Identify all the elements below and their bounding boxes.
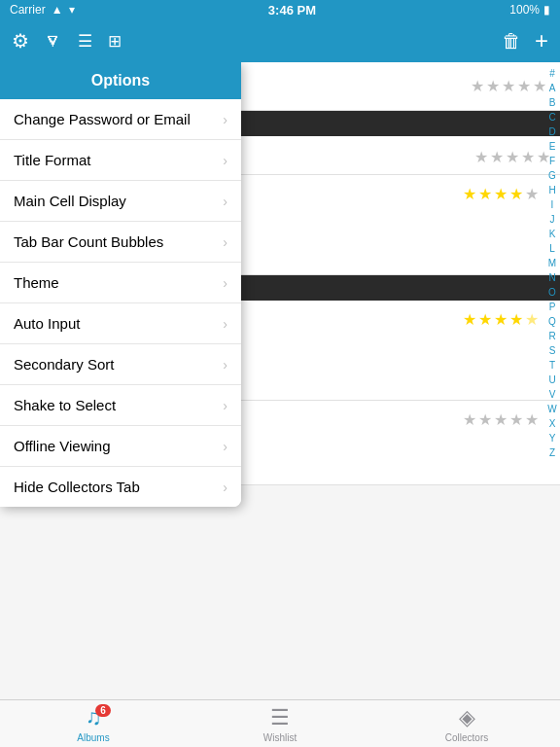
nav-right-icons: 🗑 + xyxy=(502,27,548,54)
menu-item-change-password[interactable]: Change Password or Email › xyxy=(0,99,241,140)
chevron-icon-9: › xyxy=(223,480,228,495)
nav-left-icons: ⚙ ⛛ ☰ ⊞ xyxy=(12,29,122,53)
menu-item-theme[interactable]: Theme › xyxy=(0,263,241,303)
star-1: ★ xyxy=(471,77,484,95)
menu-item-secondary-sort[interactable]: Secondary Sort › xyxy=(0,344,241,385)
sort-icon[interactable]: ☰ xyxy=(78,31,92,52)
star-4: ★ xyxy=(517,77,531,95)
chevron-icon-4: › xyxy=(223,275,228,291)
menu-item-label-main-cell: Main Cell Display xyxy=(14,193,126,209)
menu-item-title-format[interactable]: Title Format › xyxy=(0,140,241,181)
battery-text: 100% xyxy=(509,3,540,17)
collectors-icon: ◈ xyxy=(459,705,475,730)
star-3: ★ xyxy=(502,77,515,95)
menu-item-tab-bar-bubbles[interactable]: Tab Bar Count Bubbles › xyxy=(0,222,241,263)
chevron-icon-0: › xyxy=(223,112,228,127)
menu-item-label-tab-bar: Tab Bar Count Bubbles xyxy=(14,233,163,250)
nav-bar: ⚙ ⛛ ☰ ⊞ 🗑 + xyxy=(0,19,560,62)
gear-icon[interactable]: ⚙ xyxy=(12,29,29,53)
chevron-icon-7: › xyxy=(223,398,228,413)
filter-icon[interactable]: ⛛ xyxy=(45,31,62,52)
options-menu: Options Change Password or Email › Title… xyxy=(0,62,241,507)
wifi-icon: ▾ xyxy=(69,3,75,17)
menu-item-auto-input[interactable]: Auto Input › xyxy=(0,303,241,344)
menu-item-label-change-password: Change Password or Email xyxy=(14,111,191,127)
main-content: mmer EP ★ ★ ★ ★ ★ H ★ ★ ★ ★ ★ xyxy=(0,62,560,747)
menu-item-label-secondary-sort: Secondary Sort xyxy=(14,356,114,373)
menu-item-label-shake: Shake to Select xyxy=(14,397,116,413)
tab-wishlist-label: Wishlist xyxy=(263,732,297,743)
chevron-icon-8: › xyxy=(223,439,228,454)
tab-collectors[interactable]: ◈ Collectors xyxy=(373,700,560,747)
menu-item-label-offline: Offline Viewing xyxy=(14,438,111,454)
options-title: Options xyxy=(0,62,241,99)
status-time: 3:46 PM xyxy=(268,3,316,18)
index-bar: # A B C D E F G H I J K L M N O P Q R S … xyxy=(544,62,560,747)
add-icon[interactable]: + xyxy=(535,27,548,54)
menu-item-shake-to-select[interactable]: Shake to Select › xyxy=(0,385,241,426)
chevron-icon-5: › xyxy=(223,316,228,332)
menu-item-offline-viewing[interactable]: Offline Viewing › xyxy=(0,426,241,467)
battery-icon: ▮ xyxy=(543,3,550,17)
tab-albums[interactable]: 6 ♫ Albums xyxy=(0,700,187,747)
trash-icon[interactable]: 🗑 xyxy=(502,30,521,53)
wishlist-icon: ☰ xyxy=(270,705,290,730)
carrier-text: Carrier xyxy=(10,3,46,17)
status-left: Carrier ▲ ▾ xyxy=(10,3,75,17)
signal-icon: ▲ xyxy=(52,3,63,17)
chevron-icon-6: › xyxy=(223,357,228,373)
chevron-icon-1: › xyxy=(223,153,228,168)
tab-albums-badge: 6 xyxy=(95,704,111,717)
tab-albums-label: Albums xyxy=(77,732,109,743)
tab-collectors-label: Collectors xyxy=(445,732,488,743)
status-right: 100% ▮ xyxy=(509,3,550,17)
menu-item-label-hide-collectors: Hide Collectors Tab xyxy=(14,479,140,495)
menu-item-hide-collectors[interactable]: Hide Collectors Tab › xyxy=(0,467,241,507)
menu-item-label-title-format: Title Format xyxy=(14,152,90,168)
chevron-icon-2: › xyxy=(223,194,228,209)
star-2: ★ xyxy=(486,77,500,95)
grid-icon[interactable]: ⊞ xyxy=(108,31,122,52)
menu-item-main-cell-display[interactable]: Main Cell Display › xyxy=(0,181,241,222)
menu-item-label-auto-input: Auto Input xyxy=(14,315,80,332)
tab-wishlist[interactable]: ☰ Wishlist xyxy=(187,700,373,747)
status-bar: Carrier ▲ ▾ 3:46 PM 100% ▮ xyxy=(0,0,560,19)
tab-bar: 6 ♫ Albums ☰ Wishlist ◈ Collectors xyxy=(0,699,560,747)
chevron-icon-3: › xyxy=(223,234,228,250)
menu-item-label-theme: Theme xyxy=(14,274,59,291)
